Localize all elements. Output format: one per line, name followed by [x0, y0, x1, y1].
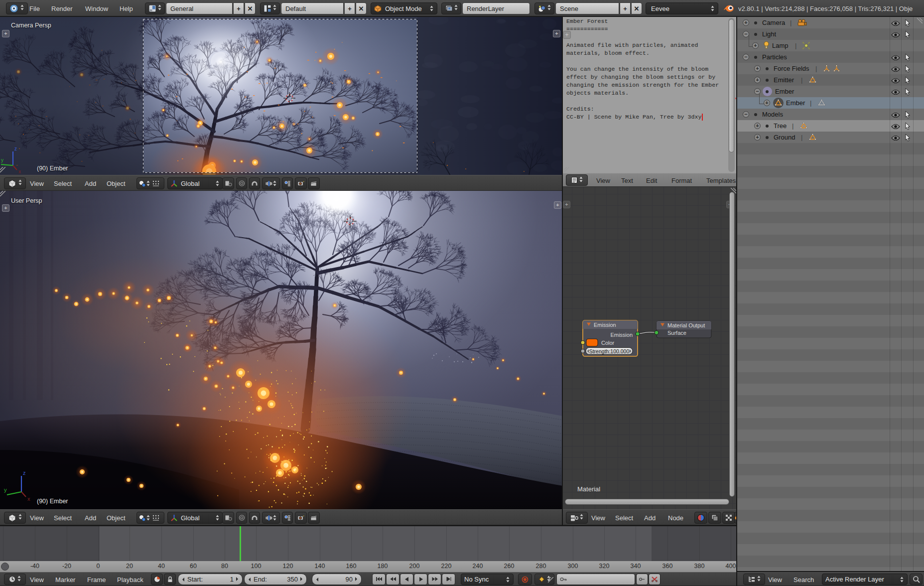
svg-text:x: x — [27, 496, 30, 502]
svg-text:Strength:100.000: Strength:100.000 — [589, 348, 630, 354]
svg-text:z: z — [14, 146, 17, 151]
svg-text:Surface: Surface — [667, 330, 686, 336]
svg-text:y: y — [4, 487, 7, 493]
svg-text:Material Output: Material Output — [667, 322, 705, 328]
svg-text:Color: Color — [601, 340, 615, 346]
svg-text:x: x — [18, 169, 21, 174]
svg-text:y: y — [1, 157, 3, 163]
svg-text:z: z — [23, 470, 26, 476]
svg-text:Emission: Emission — [610, 332, 633, 338]
svg-text:Emission: Emission — [594, 322, 616, 328]
